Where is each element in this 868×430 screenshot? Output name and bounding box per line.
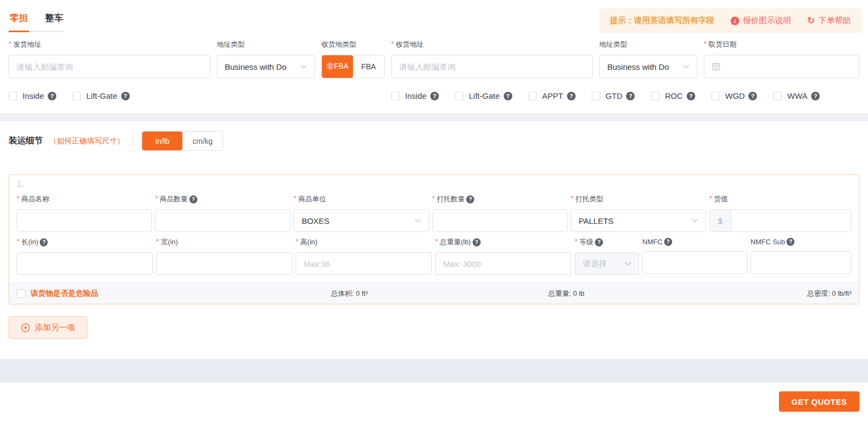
checkbox-label: GTD xyxy=(606,91,623,100)
help-icon[interactable]: ? xyxy=(664,238,672,246)
hazmat-checkbox[interactable] xyxy=(17,289,25,298)
length-input[interactable] xyxy=(17,252,153,275)
pallet-count-input[interactable] xyxy=(432,209,568,232)
checkbox-label: WGD xyxy=(725,91,745,100)
delivery-option-lift-gate[interactable]: Lift-Gate ? xyxy=(455,91,512,100)
pickup-options: Inside ? Lift-Gate ? xyxy=(9,91,391,100)
chevron-down-icon xyxy=(415,218,421,223)
checkbox[interactable] xyxy=(9,92,17,100)
freight-class-select[interactable]: 请选择 xyxy=(575,252,639,275)
info-icon: i xyxy=(731,17,739,25)
help-icon[interactable]: ? xyxy=(189,195,197,203)
width-input[interactable] xyxy=(156,252,292,275)
checkbox[interactable] xyxy=(651,92,659,100)
get-quotes-button[interactable]: GET QUOTES xyxy=(779,391,859,412)
checkbox[interactable] xyxy=(773,92,782,100)
unit-toggle: in/lb cm/kg xyxy=(142,131,223,151)
route-panel: 零担 整车 提示：请用英语填写所有字段 i 报价图示说明 ↻ 下单帮助 发货地址… xyxy=(0,0,868,113)
checkbox[interactable] xyxy=(72,92,81,100)
pickup-date-field: 取货日期 xyxy=(704,40,859,78)
pallet-type-value: PALLETS xyxy=(579,216,614,225)
freight-class-placeholder: 请选择 xyxy=(583,259,607,269)
pallet-type-label: 打托类型 xyxy=(571,194,706,204)
item-quantity-field: 商品数量? xyxy=(155,194,290,232)
tab-ftl[interactable]: 整车 xyxy=(44,8,64,32)
vertical-divider: | xyxy=(132,136,134,146)
help-icon[interactable]: ? xyxy=(595,238,603,246)
add-item-button[interactable]: 添加另一项 xyxy=(9,316,87,339)
checkbox[interactable] xyxy=(711,92,720,100)
pickup-option-inside[interactable]: Inside ? xyxy=(9,91,56,100)
help-icon[interactable]: ? xyxy=(567,92,576,100)
fba-button[interactable]: FBA xyxy=(353,55,384,78)
help-icon[interactable]: ? xyxy=(811,92,820,100)
checkbox-label: Inside xyxy=(405,91,426,100)
checkbox-label: Inside xyxy=(23,91,44,100)
unit-in-lb-button[interactable]: in/lb xyxy=(142,132,182,150)
total-density: 总密度: 0 lb/ft³ xyxy=(807,289,851,298)
help-icon[interactable]: ? xyxy=(687,92,695,100)
pickup-date-picker[interactable] xyxy=(704,55,859,78)
help-icon[interactable]: ? xyxy=(121,92,130,100)
freight-class-label: 等级? xyxy=(575,237,639,247)
item-name-input[interactable] xyxy=(17,209,152,232)
checkbox[interactable] xyxy=(528,92,537,100)
checkbox[interactable] xyxy=(391,92,400,100)
nmfc-field: NMFC? xyxy=(642,237,747,275)
delivery-address-input[interactable] xyxy=(391,55,593,78)
total-weight: 总重量: 0 lb xyxy=(548,289,584,298)
help-icon[interactable]: ? xyxy=(473,238,481,246)
delivery-option-wwa[interactable]: WWA ? xyxy=(773,91,820,100)
item-quantity-input[interactable] xyxy=(155,209,290,232)
help-icon[interactable]: ? xyxy=(430,92,439,100)
length-field: 长(in)? xyxy=(17,237,153,275)
pickup-address-type-field: 地址类型 Business with Do xyxy=(217,40,315,78)
delivery-address-type-select[interactable]: Business with Do xyxy=(599,55,697,78)
quote-guide-link[interactable]: i 报价图示说明 xyxy=(731,16,791,26)
delivery-option-wgd[interactable]: WGD ? xyxy=(711,91,757,100)
help-wheel-icon: ↻ xyxy=(807,17,815,25)
cargo-value-input[interactable] xyxy=(731,210,851,231)
nmfc-sub-input[interactable] xyxy=(751,251,851,274)
delivery-option-roc[interactable]: ROC ? xyxy=(651,91,695,100)
delivery-option-appt[interactable]: APPT ? xyxy=(528,91,576,100)
help-icon[interactable]: ? xyxy=(626,92,635,100)
tab-ltl[interactable]: 零担 xyxy=(9,8,29,32)
unit-cm-kg-button[interactable]: cm/kg xyxy=(182,132,223,150)
item-card-body: 1. 商品名称 商品数量? 商品单位 BOXES xyxy=(9,175,859,282)
height-label: 高(in) xyxy=(296,237,432,247)
help-icon[interactable]: ? xyxy=(786,238,795,246)
item-name-field: 商品名称 xyxy=(17,194,152,232)
weight-input[interactable] xyxy=(435,252,571,275)
pallet-type-select[interactable]: PALLETS xyxy=(571,209,706,232)
delivery-address-field: 收货地址 xyxy=(391,40,593,78)
pickup-address-input[interactable] xyxy=(9,55,210,78)
pickup-option-lift-gate[interactable]: Lift-Gate ? xyxy=(72,91,130,100)
nmfc-input[interactable] xyxy=(642,251,747,274)
item-unit-value: BOXES xyxy=(301,216,329,225)
checkbox-label: Lift-Gate xyxy=(469,91,500,100)
help-icon[interactable]: ? xyxy=(466,195,474,203)
height-input[interactable] xyxy=(296,252,432,275)
help-icon[interactable]: ? xyxy=(48,92,56,100)
delivery-option-inside[interactable]: Inside ? xyxy=(391,91,439,100)
dimension-help-link[interactable]: （如何正确填写尺寸） xyxy=(49,136,124,146)
help-icon[interactable]: ? xyxy=(40,238,48,246)
delivery-option-gtd[interactable]: GTD ? xyxy=(592,91,635,100)
length-label: 长(in)? xyxy=(17,237,153,247)
pickup-address-type-value: Business with Do xyxy=(225,62,286,71)
checkbox[interactable] xyxy=(455,92,464,100)
pickup-address-type-select[interactable]: Business with Do xyxy=(217,55,315,78)
chevron-down-icon xyxy=(683,64,689,69)
shipment-panel: 装运细节 （如何正确填写尺寸） | in/lb cm/kg 1. 商品名称 商品… xyxy=(0,121,868,359)
non-fba-button[interactable]: 非FBA xyxy=(322,55,353,78)
checkbox[interactable] xyxy=(592,92,600,100)
delivery-options: Inside ? Lift-Gate ? APPT ? GTD ? ROC xyxy=(391,91,859,100)
help-icon[interactable]: ? xyxy=(748,92,757,100)
item-summary-row: 该货物是否是危险品 总体积: 0 ft³ 总重量: 0 lb 总密度: 0 lb… xyxy=(9,282,859,304)
item-unit-field: 商品单位 BOXES xyxy=(293,194,429,232)
accessorial-options-row: Inside ? Lift-Gate ? Inside ? Lift-Gate … xyxy=(9,91,859,113)
help-icon[interactable]: ? xyxy=(504,92,512,100)
item-unit-select[interactable]: BOXES xyxy=(293,209,429,232)
order-help-link[interactable]: ↻ 下单帮助 xyxy=(807,16,851,26)
